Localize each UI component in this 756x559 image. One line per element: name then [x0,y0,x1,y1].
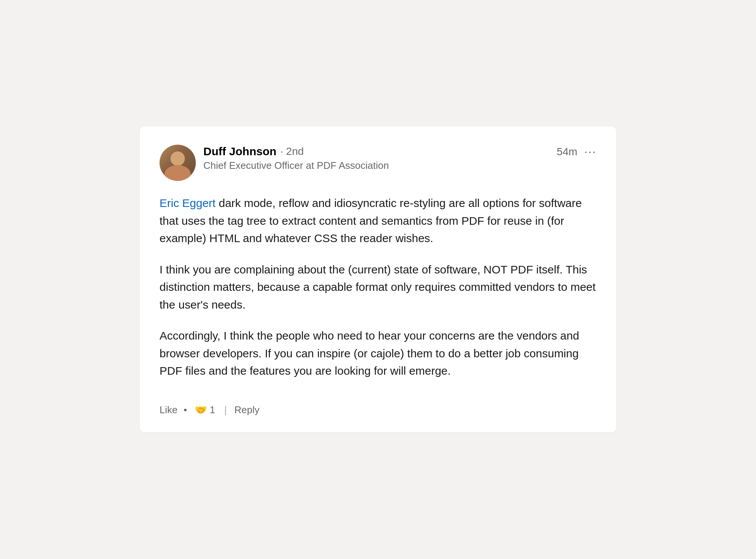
reaction-count: 1 [210,404,215,416]
reaction-emoji: 🤝 [195,404,207,416]
post-header: Duff Johnson · 2nd Chief Executive Offic… [160,145,596,181]
post-paragraph-3: Accordingly, I think the people who need… [160,327,596,380]
footer-reactions: 🤝 1 [195,404,215,416]
footer-divider: | [224,404,227,416]
timestamp: 54m [557,146,577,158]
post-card: Duff Johnson · 2nd Chief Executive Offic… [140,127,616,432]
author-degree: · 2nd [280,145,304,158]
more-options-icon[interactable]: ··· [584,145,596,159]
post-paragraph-1: Eric Eggert dark mode, reflow and idiosy… [160,195,596,247]
post-header-right: 54m ··· [557,145,596,159]
post-header-left: Duff Johnson · 2nd Chief Executive Offic… [160,145,389,181]
like-button[interactable]: Like [160,404,178,416]
author-name: Duff Johnson [203,145,276,158]
reply-button[interactable]: Reply [234,404,259,416]
author-name-line: Duff Johnson · 2nd [203,145,389,158]
footer-dot: • [184,404,187,416]
author-title: Chief Executive Officer at PDF Associati… [203,160,389,171]
post-body: Eric Eggert dark mode, reflow and idiosy… [160,195,596,380]
post-footer: Like • 🤝 1 | Reply [160,395,596,416]
mention-link[interactable]: Eric Eggert [160,197,215,209]
post-paragraph-2: I think you are complaining about the (c… [160,261,596,314]
avatar [160,145,196,181]
paragraph1-text: dark mode, reflow and idiosyncratic re-s… [160,197,582,244]
author-info: Duff Johnson · 2nd Chief Executive Offic… [203,145,389,171]
